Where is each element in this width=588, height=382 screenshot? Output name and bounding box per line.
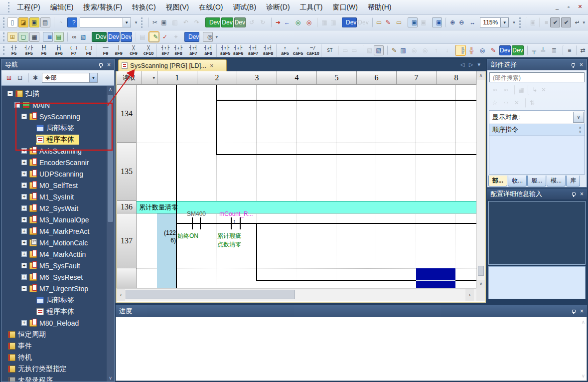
- option-gray-icon[interactable]: ✦: [171, 32, 181, 42]
- ladder-search-icon[interactable]: ◎: [477, 45, 487, 55]
- close-icon[interactable]: ×: [580, 191, 584, 197]
- monitor-mode-icon[interactable]: ▣: [432, 17, 442, 27]
- check-all-icon[interactable]: ✔: [561, 17, 571, 27]
- device-search-icon[interactable]: ◎: [203, 32, 213, 42]
- convert-icon[interactable]: ↵: [572, 17, 582, 27]
- tree-item-program-body[interactable]: 程序本体: [1, 134, 114, 145]
- tree-expander-icon[interactable]: +: [21, 263, 27, 268]
- tree-expander-icon[interactable]: +: [21, 228, 27, 234]
- dev-list-icon[interactable]: Dev: [108, 32, 119, 42]
- toolbar-overflow-icon[interactable]: ▾: [583, 20, 585, 25]
- dev-find-icon[interactable]: Dev: [92, 32, 107, 42]
- dev-replace-icon[interactable]: Dev: [512, 45, 523, 55]
- coil-icon[interactable]: ( )F7: [67, 44, 81, 57]
- application-instruction-icon[interactable]: [ ]F8: [82, 44, 96, 57]
- scroll-down-icon[interactable]: ∨: [582, 373, 585, 379]
- print-icon[interactable]: ▤: [40, 17, 50, 27]
- remote-operation-icon[interactable]: ◎: [304, 17, 314, 27]
- rising-pulse-icon[interactable]: ┤↑├sF7: [156, 44, 170, 57]
- invert-result-icon[interactable]: ↑aF5: [276, 44, 290, 57]
- cross-reference-icon[interactable]: ▦: [317, 17, 327, 27]
- tab-module[interactable]: 模...: [547, 176, 566, 187]
- tree-item-m7-urgentstop[interactable]: − M7_UrgentStop: [1, 283, 114, 294]
- tab-library[interactable]: 库: [566, 176, 580, 187]
- toolbar-drag-handle[interactable]: [519, 17, 521, 28]
- cut-icon[interactable]: ✂: [148, 17, 158, 27]
- toolbar-drag-handle[interactable]: [3, 32, 5, 41]
- scroll-down-icon[interactable]: ∨: [107, 375, 114, 382]
- zoom-combo[interactable]: 115% ▼: [480, 17, 509, 27]
- scroll-up-icon[interactable]: ∧: [107, 86, 114, 93]
- note-icon[interactable]: ▭: [394, 17, 404, 27]
- pointer-edit-icon[interactable]: ✎: [383, 17, 393, 27]
- delete-icon[interactable]: ✕: [512, 98, 522, 108]
- nav-window-icon[interactable]: ⊞: [7, 32, 17, 42]
- vertical-scrollbar[interactable]: ∧ ∨: [476, 71, 485, 288]
- tree-expander-icon[interactable]: +: [21, 240, 27, 245]
- falling-close-branch-icon[interactable]: ┤↓┤saF8: [261, 44, 275, 57]
- spinner-icon[interactable]: ∧∨: [577, 126, 584, 134]
- add-part-icon[interactable]: ↳: [528, 85, 538, 95]
- find-replace-icon[interactable]: ▧: [78, 32, 88, 42]
- recent-doc-icon[interactable]: ◔: [54, 17, 64, 27]
- rung-number-137[interactable]: 137: [117, 213, 137, 268]
- device-write-monitor-icon[interactable]: Dev: [205, 17, 220, 27]
- menu-item[interactable]: 在线(O): [194, 1, 228, 14]
- connection-destination-icon[interactable]: ▢: [18, 32, 28, 42]
- close-contact-icon[interactable]: ┤∕├sF5: [22, 44, 36, 57]
- vertical-line-icon[interactable]: │sF9: [112, 44, 126, 57]
- device-table-icon[interactable]: ▦: [514, 85, 524, 95]
- delete-row-icon[interactable]: ╧: [538, 45, 548, 55]
- pin-icon[interactable]: [572, 192, 576, 195]
- contact-rising-edge[interactable]: [231, 217, 232, 229]
- module-config-icon[interactable]: ▦: [29, 32, 39, 42]
- toolbar-drag-handle[interactable]: [3, 17, 5, 28]
- insert-row-icon[interactable]: ╤: [527, 45, 537, 55]
- tree-item-local-label[interactable]: 局部标签: [1, 122, 114, 134]
- edit-statement-icon[interactable]: ▭: [349, 45, 359, 55]
- redo-icon[interactable]: ↷: [192, 17, 202, 27]
- open-project-icon[interactable]: ◪: [18, 17, 28, 27]
- next-mark-icon[interactable]: ↓: [442, 45, 452, 55]
- tree-item-m0-selftest[interactable]: + M0_SelfTest: [1, 180, 114, 191]
- menu-item[interactable]: 帮助(H): [363, 1, 396, 14]
- redo-device-icon[interactable]: ↻: [258, 17, 268, 27]
- open-branch-icon[interactable]: ┞┦F6: [37, 44, 51, 57]
- rung-number-136[interactable]: 136: [117, 201, 137, 213]
- tree-item-m1-sysinit[interactable]: + M1_SysInit: [1, 191, 114, 202]
- tree-expander-icon[interactable]: +: [21, 251, 27, 257]
- tree-item-event[interactable]: 事件: [1, 340, 114, 352]
- pin-icon[interactable]: [99, 63, 103, 66]
- close-icon[interactable]: ×: [580, 62, 583, 68]
- toolbar-drag-handle[interactable]: [8, 2, 10, 12]
- scroll-right-icon[interactable]: ›: [465, 289, 474, 301]
- falling-pulse-close-icon[interactable]: ┤↓┤aF8: [201, 44, 215, 57]
- find-prev-icon[interactable]: ∞: [490, 85, 500, 95]
- dev-comment-icon[interactable]: Dev: [342, 17, 357, 27]
- tree-item-axisscanning[interactable]: + AxisScanning: [1, 145, 114, 157]
- help-icon[interactable]: ?: [67, 17, 77, 27]
- tree-item-m4-motioncalc[interactable]: + M4_MotionCalc: [1, 237, 114, 248]
- tree-item-m4-markactting[interactable]: + M4_MarkActtin: [1, 248, 114, 260]
- close-branch-icon[interactable]: ┟┧sF6: [52, 44, 66, 57]
- ladder-edit-mode-icon[interactable]: ✎: [149, 32, 159, 42]
- tree-item-sysscanning[interactable]: − SysScanning: [1, 111, 114, 122]
- toolbar-overflow-icon[interactable]: ▾: [513, 20, 515, 25]
- tree-item-m7-program-body[interactable]: 程序本体: [1, 306, 114, 317]
- tree-expander-icon[interactable]: +: [21, 205, 27, 211]
- tree-item-standby[interactable]: 待机: [1, 352, 114, 363]
- statement-list-icon[interactable]: ▭: [372, 17, 382, 27]
- favorites-icon[interactable]: ☆: [490, 98, 500, 108]
- tab-history[interactable]: 履...: [527, 176, 546, 187]
- tab-favorites[interactable]: 收...: [508, 176, 527, 187]
- tree-expander-icon[interactable]: +: [21, 171, 27, 177]
- menu-item[interactable]: 视图(V): [161, 1, 194, 14]
- device-comment-edit-icon[interactable]: ▧: [363, 45, 373, 55]
- tree-expander-icon[interactable]: +: [21, 148, 27, 154]
- dev-search-icon[interactable]: Dev: [499, 45, 511, 55]
- scroll-down-icon[interactable]: ∨: [477, 280, 485, 288]
- delete-horizontal-icon[interactable]: ╳cF9: [127, 44, 141, 57]
- tab-close-icon[interactable]: ×: [210, 62, 213, 69]
- menu-item[interactable]: 诊断(D): [261, 1, 294, 14]
- device-read-monitor-icon[interactable]: Dev: [221, 17, 233, 27]
